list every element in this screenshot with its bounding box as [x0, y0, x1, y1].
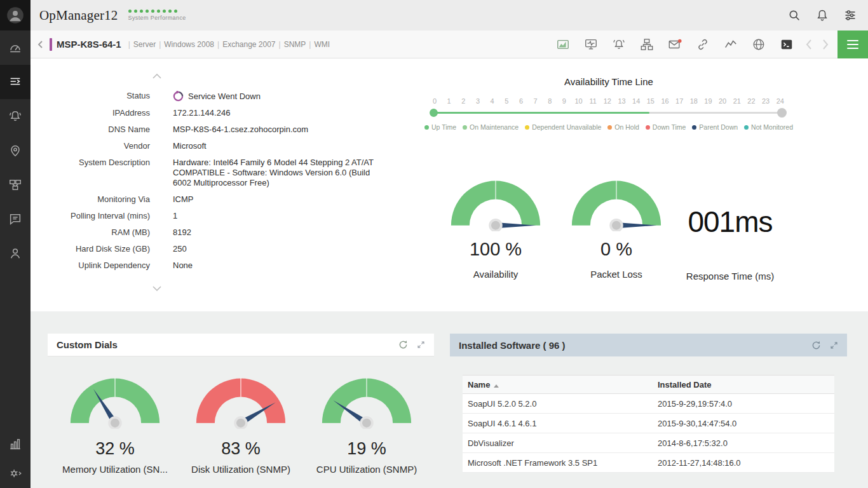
- timeline-tick: 23: [761, 97, 771, 105]
- timeline-tick: 17: [674, 97, 684, 105]
- expand-icon[interactable]: [830, 341, 838, 349]
- search-icon[interactable]: [780, 0, 808, 30]
- sidebar-item-reports[interactable]: [0, 430, 31, 459]
- topbar: OpManager12 System Performance: [31, 0, 868, 30]
- map-pin-icon: [8, 144, 22, 158]
- custom-dials-title: Custom Dials: [57, 339, 118, 350]
- refresh-icon[interactable]: [811, 341, 821, 350]
- avatar-icon: [6, 6, 24, 24]
- sidebar-item-users[interactable]: [0, 236, 31, 271]
- detail-label: Hard Disk Size (GB): [31, 241, 150, 257]
- alarm-alert-icon[interactable]: [605, 30, 633, 58]
- logo-dot: [134, 10, 137, 13]
- detail-value: 8192: [173, 224, 383, 241]
- device-tag: WMI: [314, 40, 330, 49]
- menu-button[interactable]: [837, 30, 868, 58]
- detail-value: 172.21.144.246: [173, 105, 383, 121]
- gauge-value: 0 %: [600, 239, 632, 260]
- back-chevron-icon[interactable]: [31, 30, 50, 58]
- status-text: Service Went Down: [188, 92, 261, 102]
- alarm-icon: [8, 109, 22, 123]
- chevron-right-icon[interactable]: [817, 30, 834, 58]
- logo-dot: [163, 10, 166, 13]
- device-tags: |Server|Windows 2008|Exchange 2007|SNMP|…: [125, 40, 330, 49]
- user-avatar[interactable]: [0, 0, 31, 30]
- logo-dot: [146, 10, 149, 13]
- legend-label: Parent Down: [699, 123, 738, 131]
- timeline-end-dot[interactable]: [777, 108, 787, 118]
- availability-timeline: Availability Time Line 01234567891011121…: [418, 76, 799, 131]
- performance-chart-icon[interactable]: [549, 30, 577, 58]
- refresh-icon[interactable]: [398, 340, 408, 349]
- column-header-name[interactable]: Name: [463, 380, 653, 390]
- notifications-bell-icon[interactable]: [808, 0, 836, 30]
- settings-sliders-icon[interactable]: [836, 0, 864, 30]
- software-installed-date: 2012-11-27,14:48:16.0: [653, 458, 834, 468]
- widgets-section: Custom Dials 32 %Memory Utilization (SN.…: [31, 311, 868, 488]
- terminal-icon[interactable]: [773, 30, 801, 58]
- sort-asc-icon: [494, 384, 499, 388]
- timeline-bar[interactable]: [433, 112, 782, 114]
- details-collapse-down-icon[interactable]: [153, 286, 172, 291]
- sidebar-item-chat[interactable]: [0, 202, 31, 236]
- inventory-icon: [8, 75, 22, 89]
- table-row[interactable]: SoapUI 5.2.0 5.2.02015-9-29,19:57:4.0: [463, 394, 834, 414]
- legend-dot: [424, 125, 429, 130]
- timeline-tick: 2: [458, 97, 468, 105]
- mail-alert-icon[interactable]: [661, 30, 689, 58]
- legend-item: Not Monitored: [744, 123, 793, 131]
- detail-label: IPAddress: [31, 105, 150, 121]
- timeline-tick: 19: [703, 97, 713, 105]
- sidebar-item-inventory[interactable]: [0, 65, 31, 99]
- table-row[interactable]: DbVisualizer2014-8-6,17:5:32.0: [463, 433, 834, 453]
- sidebar-item-maps[interactable]: [0, 133, 31, 168]
- custom-dials-header: Custom Dials: [48, 334, 434, 356]
- details-collapse-up-icon[interactable]: [153, 74, 172, 79]
- detail-value: 250: [173, 241, 383, 257]
- sidebar-item-dashboard[interactable]: [0, 30, 31, 65]
- custom-dial: 19 %CPU Utilization (SNMP): [304, 374, 429, 475]
- column-header-installed-date[interactable]: Installed Date: [653, 380, 834, 390]
- logo-dot: [174, 10, 177, 13]
- legend-item: Dependent Unavailable: [525, 123, 601, 131]
- software-name: SoapUI 4.6.1 4.6.1: [463, 419, 653, 428]
- detail-label: RAM (MB): [31, 224, 150, 241]
- chevron-left-icon[interactable]: [801, 30, 817, 58]
- sidebar-item-alarms[interactable]: [0, 99, 31, 133]
- legend-label: Down Time: [653, 123, 686, 131]
- legend-label: On Hold: [614, 123, 639, 131]
- table-row[interactable]: SoapUI 4.6.1 4.6.12015-9-30,14:47:54.0: [463, 414, 834, 433]
- detail-value: None: [173, 257, 383, 274]
- web-globe-icon[interactable]: [745, 30, 773, 58]
- installed-software-panel: Installed Software ( 96 ) Name Installed…: [450, 334, 847, 473]
- sidebar-item-networks[interactable]: [0, 168, 31, 202]
- table-row[interactable]: Microsoft .NET Framework 3.5 SP12012-11-…: [463, 453, 834, 473]
- dashboard-icon: [8, 41, 22, 55]
- installed-software-title: Installed Software ( 96 ): [459, 340, 566, 351]
- expand-icon[interactable]: [417, 341, 425, 349]
- user-icon: [8, 247, 22, 261]
- network-devices-icon: [8, 178, 22, 192]
- sidebar-item-settings[interactable]: [0, 459, 31, 488]
- legend-label: Up Time: [431, 123, 456, 131]
- legend-dot: [525, 125, 529, 130]
- tag-separator: |: [217, 40, 219, 49]
- timeline-tick: 8: [545, 97, 555, 105]
- device-tag: Server: [133, 40, 156, 49]
- sidebar-bottom: [0, 430, 31, 488]
- response-time-block: 001ms Response Time (ms): [644, 206, 816, 281]
- response-graph-icon[interactable]: [717, 30, 745, 58]
- detail-label: System Description: [31, 154, 150, 191]
- custom-dial: 32 %Memory Utilization (SN...: [53, 374, 177, 475]
- timeline-tick: 18: [689, 97, 699, 105]
- timeline-start-dot[interactable]: [430, 109, 438, 117]
- gear-icon: [8, 466, 22, 480]
- detail-value: Service Went Down: [173, 88, 383, 105]
- software-table-body: SoapUI 5.2.0 5.2.02015-9-29,19:57:4.0Soa…: [463, 394, 834, 473]
- status-dots: [128, 10, 186, 13]
- device-monitor-icon[interactable]: [577, 30, 605, 58]
- custom-dials-panel: Custom Dials 32 %Memory Utilization (SN.…: [48, 334, 434, 475]
- device-tree-icon[interactable]: [633, 30, 661, 58]
- logo-meta: System Performance: [128, 10, 186, 21]
- dependency-link-icon[interactable]: [689, 30, 717, 58]
